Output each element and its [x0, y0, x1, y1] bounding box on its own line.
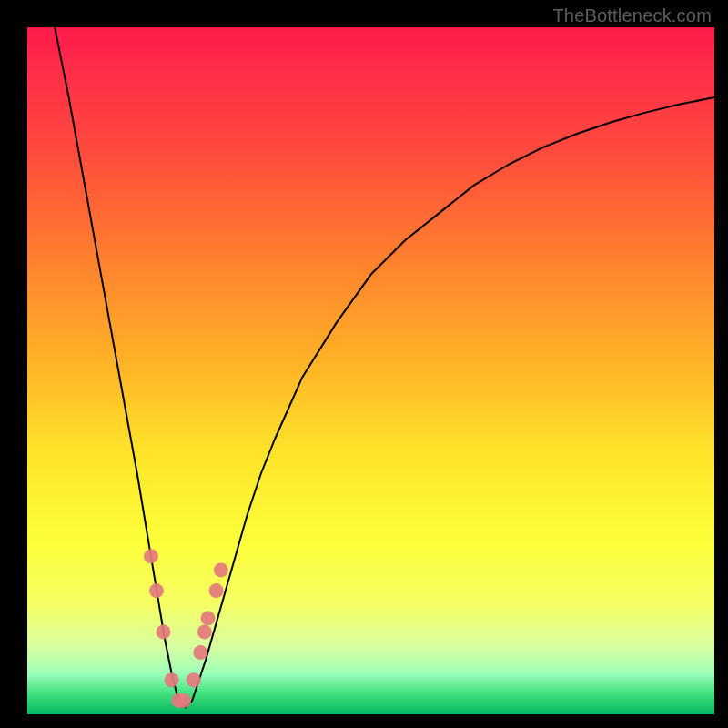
plot-area: [27, 27, 714, 714]
watermark-text: TheBottleneck.com: [552, 5, 712, 26]
marker-dot: [187, 672, 201, 687]
marker-dot: [193, 645, 207, 660]
marker-dot: [144, 549, 158, 563]
marker-dot: [149, 583, 164, 598]
chart-frame: TheBottleneck.com: [0, 0, 728, 728]
bottleneck-curve: [55, 27, 714, 707]
marker-dot: [156, 624, 170, 639]
chart-svg: [27, 27, 714, 714]
marker-dot: [214, 562, 228, 577]
marker-dot: [197, 624, 212, 639]
marker-dot: [165, 672, 179, 687]
marker-dot: [209, 583, 224, 598]
marker-dot: [201, 611, 216, 625]
marker-dot: [177, 693, 191, 708]
